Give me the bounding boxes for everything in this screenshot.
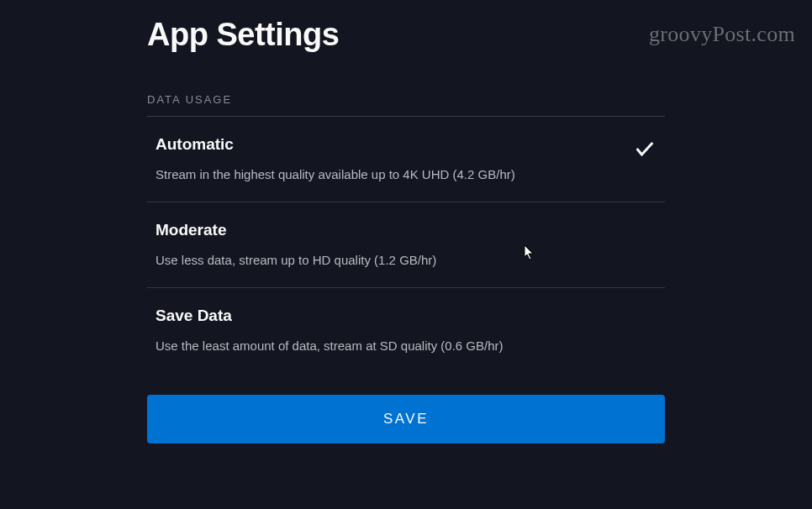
option-save-data-title: Save Data <box>156 307 623 325</box>
option-moderate-desc: Use less data, stream up to HD quality (… <box>156 251 623 269</box>
checkmark-icon <box>633 137 656 164</box>
page-title: App Settings <box>147 17 665 53</box>
watermark: groovyPost.com <box>649 22 795 47</box>
option-automatic[interactable]: Automatic Stream in the highest quality … <box>147 117 665 202</box>
option-automatic-title: Automatic <box>156 135 623 154</box>
option-save-data-desc: Use the least amount of data, stream at … <box>156 337 623 354</box>
section-data-usage-label: DATA USAGE <box>147 93 665 117</box>
option-moderate-title: Moderate <box>156 221 623 239</box>
option-automatic-desc: Stream in the highest quality available … <box>156 165 623 183</box>
option-moderate[interactable]: Moderate Use less data, stream up to HD … <box>147 202 665 288</box>
save-button[interactable]: SAVE <box>147 395 665 443</box>
option-save-data[interactable]: Save Data Use the least amount of data, … <box>147 288 665 373</box>
